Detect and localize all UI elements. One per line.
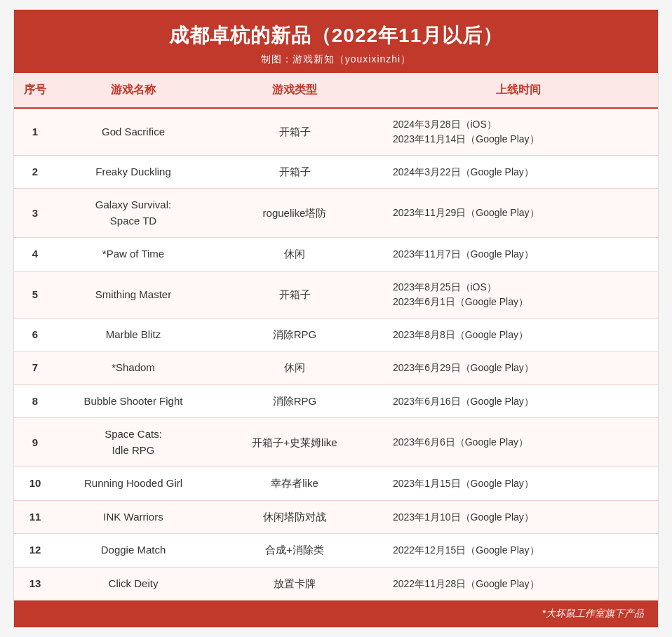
cell-type: roguelike塔防 [210,197,379,230]
cell-date: 2023年1月15日（Google Play） [379,468,658,499]
cell-date: 2024年3月28日（iOS） 2023年11月14日（Google Play） [379,109,658,155]
cell-date: 2023年6月29日（Google Play） [379,352,658,384]
cell-num: 7 [14,351,56,384]
col-header-name: 游戏名称 [56,80,210,100]
cell-type: 消除RPG [210,318,379,351]
header: 成都卓杭的新品（2022年11月以后） 制图：游戏新知（youxixinzhi） [14,10,658,73]
table-row: 9Space Cats: Idle RPG开箱子+史莱姆like2023年6月6… [14,418,658,467]
cell-num: 5 [14,279,56,311]
cell-name: Bubble Shooter Fight [56,385,210,418]
cell-num: 6 [14,318,56,351]
cell-type: 开箱子 [210,279,379,311]
cell-type: 开箱子+史莱姆like [210,427,379,460]
cell-name: Space Cats: Idle RPG [56,418,210,467]
cell-type: 休闲 [210,351,379,384]
cell-num: 1 [14,116,56,149]
table-row: 7*Shadom休闲2023年6月29日（Google Play） [14,351,658,385]
table-row: 6Marble Blitz消除RPG2023年8月8日（Google Play） [14,318,658,352]
cell-num: 3 [14,197,56,230]
main-container: 成都卓杭的新品（2022年11月以后） 制图：游戏新知（youxixinzhi）… [13,9,659,629]
cell-type: 开箱子 [210,116,379,149]
cell-num: 10 [14,467,56,500]
table-body: 1God Sacrifice开箱子2024年3月28日（iOS） 2023年11… [14,109,658,601]
table-row: 2Freaky Duckling开箱子2024年3月22日（Google Pla… [14,156,658,189]
cell-name: INK Warriors [56,501,210,534]
table-row: 10Running Hooded Girl幸存者like2023年1月15日（G… [14,467,658,501]
column-headers: 序号 游戏名称 游戏类型 上线时间 [14,73,658,109]
cell-name: *Shadom [56,351,210,384]
cell-name: Click Deity [56,568,210,601]
cell-num: 12 [14,534,56,567]
cell-num: 2 [14,156,56,189]
cell-date: 2022年12月15日（Google Play） [379,535,658,566]
cell-name: Galaxy Survival: Space TD [56,189,210,237]
cell-type: 消除RPG [210,385,379,418]
col-header-date: 上线时间 [379,80,658,100]
cell-num: 11 [14,501,56,534]
page-subtitle: 制图：游戏新知（youxixinzhi） [28,53,644,66]
cell-name: Doggie Match [56,534,210,567]
cell-name: *Paw of Time [56,238,210,271]
table-row: 4*Paw of Time休闲2023年11月7日（Google Play） [14,238,658,271]
col-header-num: 序号 [14,80,56,100]
cell-date: 2023年8月8日（Google Play） [379,319,658,351]
col-header-type: 游戏类型 [210,80,379,100]
footer-note: *大坏鼠工作室旗下产品 [28,608,644,620]
cell-date: 2023年6月6日（Google Play） [379,427,658,458]
cell-name: Smithing Master [56,279,210,311]
table-row: 8Bubble Shooter Fight消除RPG2023年6月16日（Goo… [14,385,658,419]
cell-type: 放置卡牌 [210,568,379,601]
cell-num: 13 [14,568,56,601]
cell-date: 2023年1月10日（Google Play） [379,502,658,533]
cell-date: 2023年6月16日（Google Play） [379,386,658,417]
cell-date: 2023年11月7日（Google Play） [379,239,658,270]
cell-type: 开箱子 [210,156,379,189]
cell-name: Running Hooded Girl [56,467,210,500]
cell-type: 休闲 [210,238,379,271]
cell-type: 幸存者like [210,467,379,500]
cell-name: Freaky Duckling [56,156,210,189]
table-row: 3Galaxy Survival: Space TDroguelike塔防202… [14,189,658,238]
cell-date: 2023年8月25日（iOS） 2023年6月1日（Google Play） [379,271,658,318]
cell-name: Marble Blitz [56,318,210,351]
cell-type: 休闲塔防对战 [210,501,379,534]
table-row: 11INK Warriors休闲塔防对战2023年1月10日（Google Pl… [14,501,658,535]
footer: *大坏鼠工作室旗下产品 [14,601,658,627]
table-row: 13Click Deity放置卡牌2022年11月28日（Google Play… [14,568,658,601]
cell-type: 合成+消除类 [210,534,379,567]
cell-name: God Sacrifice [56,116,210,149]
table-row: 5Smithing Master开箱子2023年8月25日（iOS） 2023年… [14,271,658,318]
cell-date: 2023年11月29日（Google Play） [379,197,658,229]
table-row: 12Doggie Match合成+消除类2022年12月15日（Google P… [14,534,658,568]
cell-date: 2024年3月22日（Google Play） [379,156,658,188]
table-row: 1God Sacrifice开箱子2024年3月28日（iOS） 2023年11… [14,109,658,156]
cell-num: 9 [14,427,56,460]
page-title: 成都卓杭的新品（2022年11月以后） [28,22,644,49]
cell-num: 8 [14,385,56,418]
cell-date: 2022年11月28日（Google Play） [379,568,658,600]
cell-num: 4 [14,238,56,271]
